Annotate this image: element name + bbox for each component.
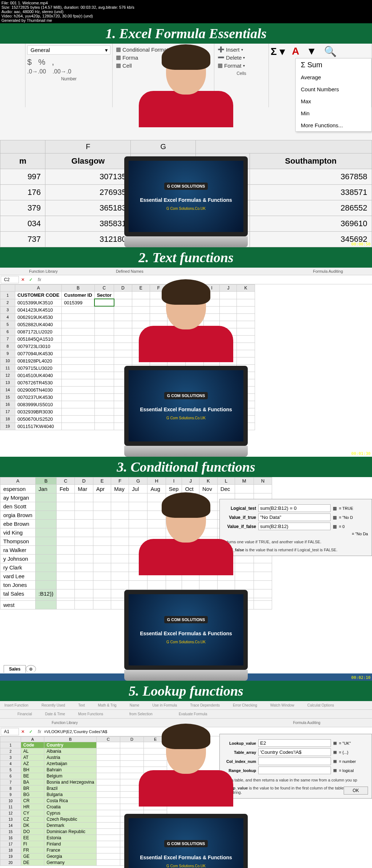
range-picker-icon[interactable]: ▦ xyxy=(333,768,337,773)
section-1-title: 1. Excel Formula Essentials xyxy=(0,23,372,44)
fx-icon[interactable]: fx xyxy=(35,277,44,282)
section-3-title: 3. Conditional functions xyxy=(0,457,372,477)
average-item[interactable]: Average xyxy=(296,71,371,83)
more-functions-item[interactable]: More Functions... xyxy=(296,119,371,131)
defined-names-tab: Defined Names xyxy=(87,268,173,275)
function-library-tab: Function Library xyxy=(0,268,87,275)
vlookup-arguments-dialog[interactable]: Lookup_value▦= "UK" Table_array▦= {...} … xyxy=(219,734,372,799)
ok-button[interactable]: OK xyxy=(344,787,368,795)
cancel-icon[interactable]: ✕ xyxy=(19,729,27,734)
col-index-input[interactable] xyxy=(258,757,331,765)
font-color-icon[interactable]: A xyxy=(292,45,299,57)
logical-test-input[interactable] xyxy=(258,504,331,512)
range-picker-icon[interactable]: ▦ xyxy=(333,524,337,529)
timestamp-1: 00:00:50 xyxy=(351,242,371,247)
timestamp-2: 00:01:30 xyxy=(351,451,371,456)
enter-icon[interactable]: ✓ xyxy=(27,729,35,734)
autosum-menu: Σ Sum Average Count Numbers Max Min More… xyxy=(295,58,372,132)
laptop-graphic-5: G COM SOLUTIONS Essential Excel Formulas… xyxy=(124,814,248,868)
sum-item[interactable]: Sum xyxy=(307,61,322,69)
increase-decimal-icon[interactable]: .00→.0 xyxy=(53,68,72,75)
sales-sheet-tab[interactable]: Sales xyxy=(4,665,26,673)
laptop-graphic-2: G COM SOLUTIONS Essential Excel Formulas… xyxy=(124,366,248,457)
min-item[interactable]: Min xyxy=(296,107,371,119)
formula-auditing-tab: Formula Auditing xyxy=(284,268,372,275)
autosum-icon[interactable]: Σ ▾ xyxy=(271,45,285,57)
section-5-title: 5. Lookup functions xyxy=(0,681,372,701)
value-if-false-input[interactable] xyxy=(258,523,331,530)
name-box[interactable]: C2 xyxy=(1,276,19,283)
number-group-label: Number xyxy=(27,76,110,81)
name-box-5[interactable]: A1 xyxy=(1,728,19,735)
percent-icon[interactable]: % xyxy=(38,57,45,67)
laptop-graphic: G COM SOLUTIONS Essential Excel Formulas… xyxy=(124,156,248,247)
range-picker-icon[interactable]: ▦ xyxy=(333,515,337,520)
section-2-title: 2. Text functions xyxy=(0,247,372,268)
number-format-dropdown[interactable]: General xyxy=(27,45,110,55)
panel-2: Function Library Defined Names Formula A… xyxy=(0,268,372,457)
panel-1: General $ % , .0→.00 .00→.0 Number ▦Cond… xyxy=(0,44,372,247)
value-if-true-input[interactable] xyxy=(258,513,331,521)
add-sheet-button[interactable]: ⊕ xyxy=(26,665,36,673)
fx-icon[interactable]: fx xyxy=(35,729,44,734)
formula-input[interactable]: =VLOOKUP(E2,'Country Codes'!A$ xyxy=(44,729,107,734)
decrease-decimal-icon[interactable]: .0→.00 xyxy=(27,68,46,75)
currency-icon[interactable]: $ xyxy=(27,57,32,67)
table-array-input[interactable] xyxy=(258,748,331,756)
find-icon[interactable]: 🔍 xyxy=(324,45,337,57)
enter-icon[interactable]: ✓ xyxy=(27,277,35,282)
panel-5: Insert FunctionRecently UsedTextMath & T… xyxy=(0,701,372,868)
range-picker-icon[interactable]: ▦ xyxy=(333,506,337,511)
range-lookup-input[interactable] xyxy=(258,767,331,774)
range-picker-icon[interactable]: ▦ xyxy=(333,750,337,755)
laptop-graphic-3: G COM SOLUTIONS Essential Excel Formulas… xyxy=(124,590,248,681)
filter-icon[interactable]: ▼ xyxy=(307,45,317,57)
lookup-value-input[interactable] xyxy=(258,739,331,747)
function-arguments-dialog[interactable]: Logical_test▦= TRUE Value_if_true▦= "No … xyxy=(219,499,372,556)
file-meta: File: 001 1. Welcome.mp4 Size: 15272825 … xyxy=(0,0,372,23)
range-picker-icon[interactable]: ▦ xyxy=(333,759,337,764)
cancel-icon[interactable]: ✕ xyxy=(19,277,27,282)
count-item[interactable]: Count Numbers xyxy=(296,83,371,95)
range-picker-icon[interactable]: ▦ xyxy=(333,741,337,745)
max-item[interactable]: Max xyxy=(296,95,371,107)
panel-3: ABCDEFGHIJKLMNespersonJanFebMarAprMayJul… xyxy=(0,477,372,681)
comma-icon[interactable]: , xyxy=(52,57,54,67)
timestamp-3: 00:02:10 xyxy=(351,675,371,680)
